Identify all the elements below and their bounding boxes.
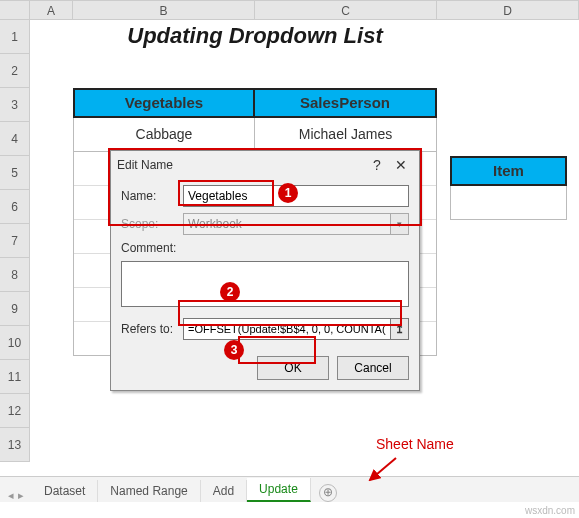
row-header[interactable]: 13 [0,428,30,462]
annotation-sheet-name: Sheet Name [376,436,454,452]
edit-name-dialog: Edit Name ? ✕ Name: Scope: Workbook ▾ Co… [110,150,420,391]
sheet-tab-update[interactable]: Update [247,478,311,502]
col-header-D[interactable]: D [437,1,579,19]
callout-2: 2 [220,282,240,302]
row-header[interactable]: 7 [0,224,30,258]
column-header-row: A B C D [0,0,579,20]
help-icon[interactable]: ? [365,157,389,173]
table-header-item[interactable]: Item [450,156,567,186]
sheet-tab-dataset[interactable]: Dataset [32,480,98,502]
row-header[interactable]: 4 [0,122,30,156]
ok-button[interactable]: OK [257,356,329,380]
tab-nav-prev-icon[interactable]: ◂ [8,489,14,502]
dialog-titlebar[interactable]: Edit Name ? ✕ [111,151,419,179]
cancel-button[interactable]: Cancel [337,356,409,380]
cell-item[interactable] [450,186,567,220]
arrow-icon [366,456,406,486]
scope-select: Workbook [183,213,391,235]
chevron-down-icon: ▾ [391,213,409,235]
watermark: wsxdn.com [525,505,575,516]
col-header-B[interactable]: B [73,1,255,19]
dialog-title-text: Edit Name [117,158,365,172]
page-title: Updating Dropdown List [73,23,437,49]
callout-3: 3 [224,340,244,360]
row-header[interactable]: 11 [0,360,30,394]
row-header[interactable]: 10 [0,326,30,360]
row-header-column: 1 2 3 4 5 6 7 8 9 10 11 12 13 [0,20,30,462]
row-header[interactable]: 1 [0,20,30,54]
sheet-tab-bar: ◂ ▸ Dataset Named Range Add Update ⊕ [0,476,579,502]
add-sheet-icon[interactable]: ⊕ [319,484,337,502]
row-header[interactable]: 2 [0,54,30,88]
row-header[interactable]: 8 [0,258,30,292]
row-header[interactable]: 5 [0,156,30,190]
select-all-corner[interactable] [0,1,30,19]
callout-1: 1 [278,183,298,203]
tab-nav-next-icon[interactable]: ▸ [18,489,24,502]
table-header-salesperson[interactable]: SalesPerson [255,88,437,118]
label-refers-to: Refers to: [121,322,183,336]
collapse-dialog-icon[interactable]: ↥ [391,318,409,340]
refers-to-input[interactable] [183,318,391,340]
row-header[interactable]: 6 [0,190,30,224]
cell-vegetable[interactable]: Cabbage [73,118,255,152]
col-header-A[interactable]: A [30,1,73,19]
label-name: Name: [121,189,183,203]
label-scope: Scope: [121,217,183,231]
table-header-vegetables[interactable]: Vegetables [73,88,255,118]
row-header[interactable]: 9 [0,292,30,326]
comment-textarea[interactable] [121,261,409,307]
row-header[interactable]: 3 [0,88,30,122]
row-header[interactable]: 12 [0,394,30,428]
cell-salesperson[interactable]: Michael James [255,118,437,152]
sheet-tab-named-range[interactable]: Named Range [98,480,200,502]
spreadsheet-grid: A B C D 1 2 3 4 5 6 7 8 9 10 11 12 13 Up… [0,0,579,20]
label-comment: Comment: [121,241,183,255]
svg-line-0 [370,458,396,480]
close-icon[interactable]: ✕ [389,157,413,173]
sheet-tab-add[interactable]: Add [201,480,247,502]
col-header-C[interactable]: C [255,1,437,19]
